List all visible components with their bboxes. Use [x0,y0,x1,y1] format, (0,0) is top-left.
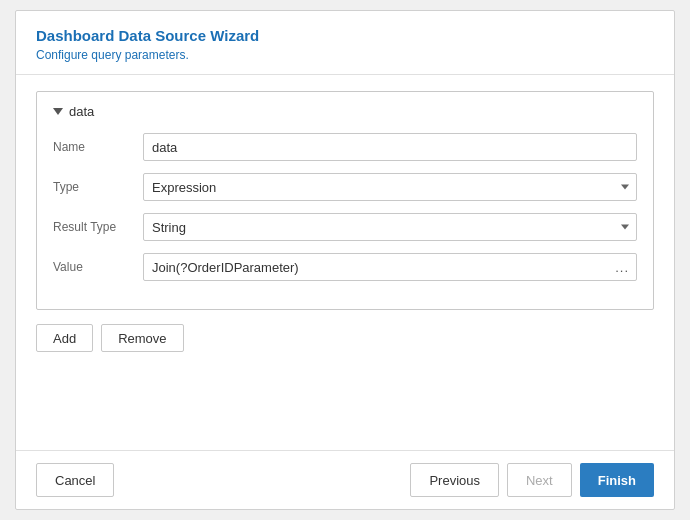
value-label: Value [53,260,143,274]
previous-button[interactable]: Previous [410,463,499,497]
wizard-footer: Cancel Previous Next Finish [16,450,674,509]
value-ellipsis-button[interactable]: ... [615,260,629,275]
type-label: Type [53,180,143,194]
result-type-label: Result Type [53,220,143,234]
value-input[interactable] [143,253,637,281]
value-input-wrapper: ... [143,253,637,281]
add-button[interactable]: Add [36,324,93,352]
wizard-subtitle: Configure query parameters. [36,48,654,62]
name-field-row: Name [53,133,637,161]
result-type-select-wrapper: String Integer Float Boolean [143,213,637,241]
wizard-header: Dashboard Data Source Wizard Configure q… [16,11,674,75]
footer-right: Previous Next Finish [410,463,654,497]
next-button: Next [507,463,572,497]
footer-left: Cancel [36,463,114,497]
result-type-select[interactable]: String Integer Float Boolean [143,213,637,241]
action-buttons: Add Remove [36,324,654,352]
type-select[interactable]: Expression Query Literal [143,173,637,201]
result-type-field-row: Result Type String Integer Float Boolean [53,213,637,241]
params-box: data Name Type Expression Query Literal [36,91,654,310]
wizard-body: data Name Type Expression Query Literal [16,75,674,450]
section-header: data [53,104,637,119]
name-input[interactable] [143,133,637,161]
wizard-title: Dashboard Data Source Wizard [36,27,654,44]
finish-button[interactable]: Finish [580,463,654,497]
remove-button[interactable]: Remove [101,324,183,352]
wizard-container: Dashboard Data Source Wizard Configure q… [15,10,675,510]
type-field-row: Type Expression Query Literal [53,173,637,201]
cancel-button[interactable]: Cancel [36,463,114,497]
collapse-icon[interactable] [53,108,63,115]
section-title: data [69,104,94,119]
type-select-wrapper: Expression Query Literal [143,173,637,201]
value-field-row: Value ... [53,253,637,281]
name-label: Name [53,140,143,154]
